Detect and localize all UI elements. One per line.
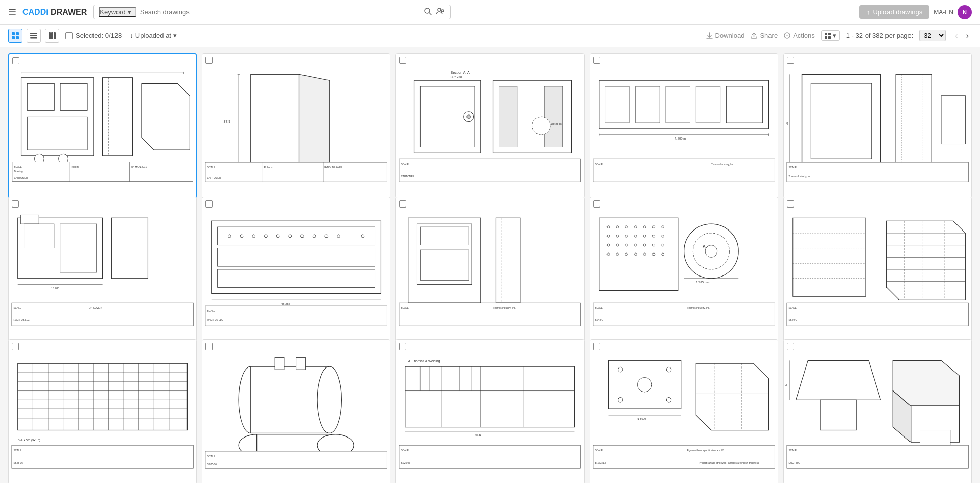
selected-count: Selected: 0/128	[76, 32, 122, 39]
actions-button[interactable]: Actions	[784, 32, 815, 39]
svg-rect-282	[920, 430, 950, 446]
module-view-button[interactable]	[45, 29, 59, 43]
svg-text:15.783: 15.783	[51, 287, 59, 290]
card-checkbox[interactable]	[787, 343, 794, 350]
drawing-card[interactable]: 37.9 11.811 SCALE Roberts RACK DRAWER CA…	[202, 53, 390, 198]
drawing-card[interactable]: Balck 5/0 (3x1.5) SCALE SS25-06	[8, 339, 197, 483]
download-button[interactable]: Download	[706, 32, 745, 39]
svg-rect-53	[205, 162, 387, 182]
grid-size-selector[interactable]: ▾	[821, 30, 840, 41]
drawing-card[interactable]: A 1.595 mm SCALE Thomas Industry, Inc. S…	[590, 197, 778, 342]
keyword-label: Keyword	[100, 8, 126, 16]
pagination-range: 1 - 32 of 382	[846, 32, 883, 39]
drawing-preview: A 1.595 mm SCALE Thomas Industry, Inc. S…	[590, 197, 778, 341]
svg-text:RACK DRAWER: RACK DRAWER	[324, 166, 343, 169]
card-checkbox[interactable]	[787, 200, 794, 208]
card-checkbox[interactable]	[593, 200, 600, 208]
card-checkbox[interactable]	[593, 57, 600, 64]
keyword-button[interactable]: Keyword ▾	[99, 7, 136, 17]
svg-rect-115	[218, 227, 375, 245]
card-checkbox[interactable]	[12, 57, 19, 64]
drawing-card[interactable]: 4.700 m SCALE Thomas Industry, Inc.	[590, 53, 778, 198]
drawing-preview: dim SCALE Thomas Industry, Inc.	[784, 54, 971, 198]
card-checkbox[interactable]	[12, 200, 19, 208]
prev-page-button[interactable]: ‹	[952, 30, 961, 41]
svg-text:SCALE: SCALE	[13, 307, 21, 309]
drawing-card[interactable]: Section A-A (S = 2:5) Detail B SCALE CAR…	[395, 53, 584, 198]
svg-text:48.265: 48.265	[281, 302, 291, 305]
card-checkbox[interactable]	[787, 57, 794, 64]
svg-rect-187	[793, 218, 866, 296]
svg-text:CARTOMER: CARTOMER	[14, 177, 28, 179]
card-checkbox[interactable]	[205, 343, 213, 350]
sort-button[interactable]: ↓ Uploaded at ▾	[126, 30, 181, 41]
drawing-card[interactable]: SCALE SS25-06	[202, 339, 390, 483]
svg-text:Roberts: Roberts	[71, 166, 79, 168]
drawing-card[interactable]: SCALE SS49-CT	[783, 197, 972, 342]
card-checkbox[interactable]	[593, 343, 600, 350]
svg-point-259	[666, 367, 671, 372]
svg-rect-108	[111, 218, 148, 278]
grid-view-button[interactable]	[8, 29, 22, 43]
list-view-button[interactable]	[27, 29, 41, 43]
drawing-preview: SCALE SS25-06	[202, 340, 390, 483]
card-checkbox[interactable]	[12, 343, 19, 350]
drawing-card[interactable]: SCALE Drawing Roberts MA-MAN-2011 CARTOM…	[8, 53, 197, 198]
svg-rect-26	[27, 84, 54, 111]
svg-text:MA-MAN-2011: MA-MAN-2011	[131, 166, 147, 168]
next-page-button[interactable]: ›	[963, 30, 972, 41]
card-checkbox[interactable]	[399, 200, 406, 208]
search-input[interactable]	[140, 8, 419, 16]
svg-rect-80	[696, 86, 720, 123]
drawing-card[interactable]: 4.7×4.7 SCALE Thomas Industry, Inc.	[395, 197, 584, 342]
svg-rect-143	[399, 303, 580, 326]
drawing-card[interactable]: A. Thomas & Welding 48.31 SCALE	[395, 339, 584, 483]
select-all-checkbox[interactable]	[65, 32, 73, 39]
svg-text:37.9: 37.9	[224, 120, 231, 124]
card-checkbox[interactable]	[205, 200, 213, 208]
people-search-icon[interactable]	[436, 7, 445, 17]
svg-marker-275	[796, 360, 880, 400]
hamburger-icon[interactable]: ☰	[8, 7, 16, 18]
card-checkbox[interactable]	[399, 57, 406, 64]
svg-text:Thomas Industry, Inc.: Thomas Industry, Inc.	[711, 163, 734, 166]
svg-text:SCALE: SCALE	[595, 163, 602, 166]
svg-text:SCALE: SCALE	[788, 166, 796, 169]
card-checkbox[interactable]	[399, 343, 406, 350]
drawing-preview: 37.9 11.811 SCALE Roberts RACK DRAWER CA…	[202, 54, 390, 198]
drawing-preview: 48.265 SCALE RACK-US LLC	[202, 197, 390, 341]
avatar[interactable]: N	[958, 5, 972, 19]
svg-text:DUCT-ISO: DUCT-ISO	[788, 462, 800, 464]
svg-point-178	[705, 245, 717, 258]
upload-drawings-button[interactable]: ↑ Upload drawings	[859, 5, 929, 19]
drawing-preview: h width SCALE DUCT-ISO	[784, 340, 971, 483]
upload-label: Upload drawings	[873, 8, 922, 16]
svg-rect-12	[51, 32, 53, 39]
svg-point-16	[787, 35, 788, 36]
search-icon[interactable]	[424, 7, 432, 17]
drawing-card[interactable]: 15.783 SCALE TOP COVER RACK-US LLC	[8, 197, 197, 342]
svg-text:SCALE: SCALE	[207, 310, 215, 312]
svg-text:Figuro without specification a: Figuro without specification are 1/1	[687, 449, 724, 452]
svg-text:Protect surface otherwise, sur: Protect surface otherwise, surfaces are …	[699, 462, 759, 464]
svg-text:SS49-CT: SS49-CT	[788, 319, 799, 321]
svg-text:SCALE: SCALE	[207, 166, 215, 169]
card-checkbox[interactable]	[205, 57, 213, 64]
drawing-card[interactable]: h width SCALE DUCT-ISO	[783, 339, 972, 483]
drawing-card[interactable]: dim SCALE Thomas Industry, Inc.	[783, 53, 972, 198]
svg-rect-201	[787, 303, 968, 326]
page-navigation: ‹ ›	[952, 30, 972, 41]
svg-rect-78	[635, 86, 659, 123]
language-selector[interactable]: MA-EN	[934, 9, 953, 16]
svg-text:SCALE: SCALE	[401, 307, 409, 309]
drawing-preview: A. Thomas & Welding 48.31 SCALE	[396, 340, 584, 483]
svg-text:A. Thomas & Welding: A. Thomas & Welding	[408, 359, 440, 363]
svg-rect-5	[16, 32, 19, 35]
share-button[interactable]: Share	[751, 32, 778, 39]
drawing-card[interactable]: R1-5000 SCALE Figuro without specificati…	[590, 339, 778, 483]
drawing-preview: SCALE Drawing Roberts MA-MAN-2011 CARTOM…	[9, 54, 196, 197]
drawing-card[interactable]: 48.265 SCALE RACK-US LLC	[202, 197, 390, 342]
svg-rect-17	[825, 33, 827, 35]
per-page-select[interactable]: 32 64 128	[919, 30, 946, 41]
svg-rect-205	[18, 363, 188, 430]
